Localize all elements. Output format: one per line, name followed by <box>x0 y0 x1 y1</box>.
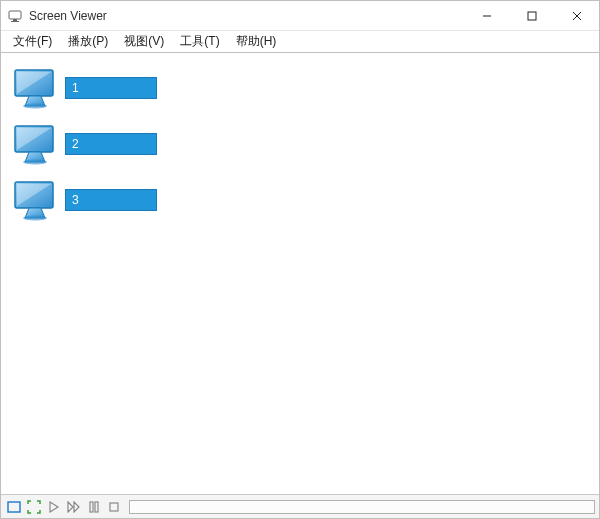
screen-item[interactable]: 2 <box>9 119 591 169</box>
statusbar <box>1 494 599 518</box>
close-button[interactable] <box>554 1 599 30</box>
pause-button[interactable] <box>85 498 103 516</box>
fast-forward-icon <box>67 501 81 513</box>
fast-forward-button[interactable] <box>65 498 83 516</box>
svg-point-8 <box>23 104 47 109</box>
screen-label-text: 3 <box>72 193 79 207</box>
svg-rect-2 <box>11 21 19 22</box>
window-controls <box>464 1 599 30</box>
progress-track[interactable] <box>129 500 595 514</box>
svg-rect-4 <box>528 12 536 20</box>
screen-label[interactable]: 3 <box>65 189 157 211</box>
view-single-icon <box>7 500 21 514</box>
app-icon <box>7 8 23 24</box>
svg-point-10 <box>23 160 47 165</box>
monitor-icon <box>9 120 61 168</box>
menu-file[interactable]: 文件(F) <box>5 31 60 52</box>
monitor-icon <box>9 176 61 224</box>
pause-icon <box>88 501 100 513</box>
svg-rect-1 <box>13 19 17 21</box>
stop-icon <box>108 501 120 513</box>
app-window: Screen Viewer 文件(F) 播放(P) 视图(V) 工具(T) 帮助… <box>0 0 600 519</box>
titlebar[interactable]: Screen Viewer <box>1 1 599 31</box>
close-icon <box>572 11 582 21</box>
menu-view[interactable]: 视图(V) <box>116 31 172 52</box>
view-single-button[interactable] <box>5 498 23 516</box>
screen-label-text: 1 <box>72 81 79 95</box>
monitor-icon <box>9 64 61 112</box>
minimize-icon <box>482 11 492 21</box>
screen-label[interactable]: 1 <box>65 77 157 99</box>
svg-rect-13 <box>8 502 20 512</box>
svg-rect-16 <box>110 503 118 511</box>
menubar: 文件(F) 播放(P) 视图(V) 工具(T) 帮助(H) <box>1 31 599 53</box>
menu-play[interactable]: 播放(P) <box>60 31 116 52</box>
fullscreen-button[interactable] <box>25 498 43 516</box>
minimize-button[interactable] <box>464 1 509 30</box>
window-title: Screen Viewer <box>29 9 464 23</box>
screen-item[interactable]: 1 <box>9 63 591 113</box>
stop-button[interactable] <box>105 498 123 516</box>
maximize-button[interactable] <box>509 1 554 30</box>
svg-rect-0 <box>9 11 21 19</box>
menu-help[interactable]: 帮助(H) <box>228 31 285 52</box>
content-area: 1 2 3 <box>1 53 599 494</box>
svg-rect-15 <box>95 502 98 512</box>
play-icon <box>48 501 60 513</box>
screen-label[interactable]: 2 <box>65 133 157 155</box>
screen-label-text: 2 <box>72 137 79 151</box>
maximize-icon <box>527 11 537 21</box>
svg-rect-14 <box>90 502 93 512</box>
screen-item[interactable]: 3 <box>9 175 591 225</box>
fullscreen-icon <box>27 500 41 514</box>
menu-tools[interactable]: 工具(T) <box>172 31 227 52</box>
svg-point-12 <box>23 216 47 221</box>
play-button[interactable] <box>45 498 63 516</box>
